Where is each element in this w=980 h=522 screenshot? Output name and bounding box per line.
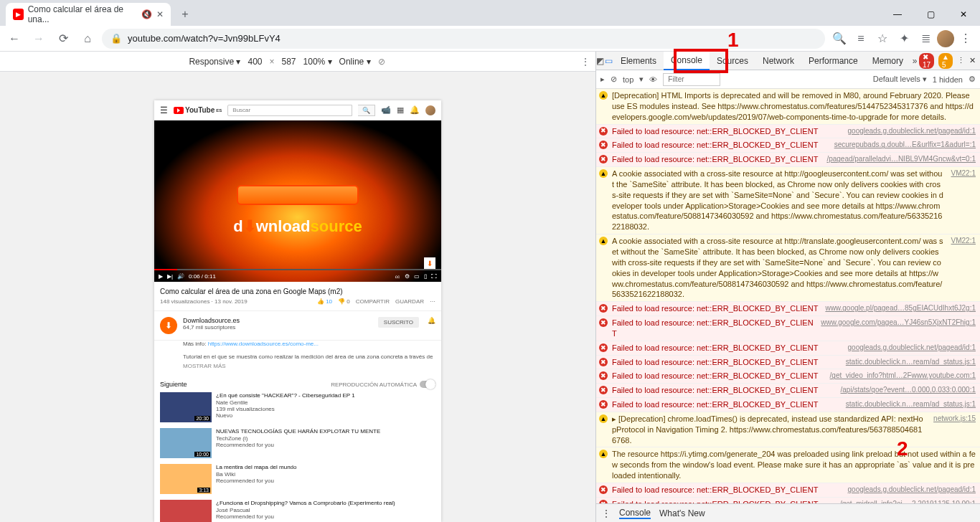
zoom-icon[interactable]: 🔍 (829, 29, 849, 49)
device-more-icon[interactable]: ⋮ (581, 57, 595, 67)
drawer-console-tab[interactable]: Console (619, 508, 651, 519)
tab-close-icon[interactable]: ✕ (156, 9, 164, 19)
recommendation-item[interactable]: 3:13La mentira del mapa del mundoBa Wiki… (160, 464, 435, 494)
recommendation-item[interactable]: 20:30¿En qué consiste "HACKEAR"? - Ciber… (160, 392, 435, 422)
recommendation-item[interactable]: 27:11¿Funciona el Dropshipping? Vamos a … (160, 500, 435, 522)
browser-tab[interactable]: ▶ Como calcular el área de una... 🔇 ✕ (6, 3, 171, 26)
back-button[interactable]: ← (4, 29, 24, 49)
log-source-link[interactable]: VM22:1 (951, 169, 976, 232)
settings-icon[interactable]: ⚙ (405, 273, 410, 280)
more-actions-icon[interactable]: ⋯ (430, 298, 435, 305)
youtube-search-input[interactable]: Buscar (227, 105, 352, 116)
console-err-log: ✖Failed to load resource: net::ERR_BLOCK… (596, 384, 980, 398)
viewport-height[interactable]: 587 (282, 57, 296, 67)
mute-icon[interactable]: 🔇 (141, 9, 152, 19)
error-count[interactable]: ✖ 17 (919, 53, 934, 69)
log-source-link[interactable]: /get_midroll_info?ei…-2.20191125.10.00:1 (840, 499, 976, 503)
user-avatar[interactable] (425, 105, 435, 115)
maximize-button[interactable]: ▢ (914, 3, 947, 26)
video-title: Como calcular el área de una zona en Goo… (160, 288, 435, 295)
search-button[interactable]: 🔍 (358, 105, 375, 116)
new-tab-button[interactable]: + (175, 4, 195, 24)
fullscreen-icon[interactable]: ⛶ (431, 273, 437, 280)
devtools-settings-icon[interactable]: ⋮ (957, 56, 965, 65)
drawer-whatsnew-tab[interactable]: What's New (659, 508, 705, 518)
devtools-tab-performance[interactable]: Performance (801, 52, 865, 70)
drawer-menu-icon[interactable]: ⋮ (602, 508, 611, 518)
console-sidebar-icon[interactable]: ▸ (600, 75, 605, 84)
profile-avatar[interactable] (937, 30, 954, 47)
youtube-logo[interactable]: YouTubeES (174, 106, 222, 114)
recommendation-item[interactable]: 10:00NUEVAS TECNOLOGÍAS QUE HARÁN EXPLOT… (160, 428, 435, 458)
next-icon[interactable]: ▶| (167, 273, 173, 280)
devtools-tab-sources[interactable]: Sources (710, 52, 755, 70)
reload-button[interactable]: ⟳ (53, 29, 73, 49)
apps-icon[interactable]: ▦ (397, 105, 404, 115)
log-source-link[interactable]: googleads.g.doubleclick.net/pagead/id:1 (848, 126, 976, 137)
create-icon[interactable]: 📹 (381, 105, 391, 115)
console-settings-icon[interactable]: ⚙ (969, 75, 976, 84)
cc-icon[interactable]: ㏄ (395, 272, 400, 280)
reading-list-icon[interactable]: ≣ (915, 29, 936, 49)
network-selector[interactable]: Online ▾ (339, 57, 371, 67)
rec-channel: José Pascual (216, 507, 395, 513)
log-source-link[interactable]: static.doubleclick.n…ream/ad_status.js:1 (846, 399, 976, 410)
miniplayer-icon[interactable]: ▭ (414, 273, 420, 280)
share-button[interactable]: COMPARTIR (356, 298, 390, 305)
url-input[interactable]: 🔒 youtube.com/watch?v=Jvn99bLFvY4 (102, 29, 825, 49)
kebab-menu-icon[interactable]: ⋮ (956, 29, 976, 49)
devtools-tab-memory[interactable]: Memory (865, 52, 910, 70)
bell-icon[interactable]: 🔔 (410, 105, 420, 115)
home-button[interactable]: ⌂ (77, 29, 98, 49)
warning-count[interactable]: ▲ 5 (938, 53, 953, 69)
menu-icon[interactable]: ≡ (851, 29, 871, 49)
log-source-link[interactable]: VM22:1 (951, 236, 976, 300)
minimize-button[interactable]: — (881, 3, 914, 26)
filter-input[interactable] (663, 73, 720, 86)
eye-icon[interactable]: 👁 (649, 75, 657, 84)
log-source-link[interactable]: static.doubleclick.n…ream/ad_status.js:1 (846, 357, 976, 368)
play-icon[interactable]: ▶ (159, 273, 163, 280)
extensions-icon[interactable]: ✦ (894, 29, 914, 49)
channel-avatar[interactable]: ⬇ (160, 317, 177, 334)
log-source-link[interactable]: network.js:15 (933, 414, 976, 446)
inspect-icon[interactable]: ◩ (596, 56, 605, 66)
log-source-link[interactable]: www.google.pl/pagead…85gEIACUdIhxt6J2g:1 (825, 303, 976, 314)
context-selector[interactable]: top (623, 75, 633, 84)
zoom-selector[interactable]: 100% ▾ (303, 57, 332, 67)
device-mode-icon[interactable]: ▭ (605, 56, 613, 66)
volume-icon[interactable]: 🔊 (177, 273, 184, 280)
devtools-tab-elements[interactable]: Elements (613, 52, 664, 70)
devtools-tab-console[interactable]: Console (664, 52, 710, 70)
autoplay-toggle[interactable] (420, 381, 435, 388)
log-source-link[interactable]: /get_video_info?html…2Fwww.youtube.com:1 (830, 371, 976, 381)
dislike-button[interactable]: 👎 0 (338, 298, 350, 305)
log-source-link[interactable]: securepubads.g.doubl…E&urlfix=1&adurl=:1 (834, 140, 976, 151)
hamburger-icon[interactable]: ☰ (160, 105, 168, 115)
show-more[interactable]: MOSTRAR MÁS (183, 363, 435, 369)
bookmark-star-icon[interactable]: ☆ (872, 29, 892, 49)
hidden-count[interactable]: 1 hidden (933, 75, 963, 84)
like-button[interactable]: 👍 10 (317, 298, 332, 305)
viewport-width[interactable]: 400 (248, 57, 262, 67)
subscribe-button[interactable]: SUSCRITO (378, 317, 419, 328)
log-source-link[interactable]: googleads.g.doubleclick.net/pagead/id:1 (848, 343, 976, 353)
channel-name[interactable]: Downloadsource.es (183, 317, 372, 324)
video-player[interactable]: d⬇wnloadsource ⬇ ▶ ▶| 🔊 0:06 / 0:11 ㏄ ⚙ … (154, 120, 441, 282)
notification-bell-icon[interactable]: 🔔 (428, 317, 435, 324)
save-button[interactable]: GUARDAR (395, 298, 424, 305)
no-throttle-icon[interactable]: ⊘ (378, 57, 385, 67)
clear-console-icon[interactable]: ⊘ (611, 75, 617, 84)
levels-selector[interactable]: Default levels ▾ (873, 75, 927, 84)
theater-icon[interactable]: ▯ (424, 273, 427, 280)
close-window-button[interactable]: ✕ (947, 3, 980, 26)
log-source-link[interactable]: /pagead/paralleladvi…NIBL9VM4Gncw&vt=0:1 (826, 154, 976, 165)
console-body[interactable]: ▲[Deprecation] HTML Imports is deprecate… (596, 89, 980, 503)
log-source-link[interactable]: www.google.com/pagea…YJ46sn5XjxNT2Fhig:1 (821, 318, 976, 339)
devtools-close-icon[interactable]: ✕ (969, 56, 976, 65)
more-tabs-icon[interactable]: » (910, 56, 919, 66)
log-source-link[interactable]: /api/stats/qoe?event…0.000,0.033:0.000:1 (841, 385, 976, 396)
devtools-tab-network[interactable]: Network (755, 52, 801, 70)
log-source-link[interactable]: googleads.g.doubleclick.net/pagead/id:1 (848, 485, 976, 495)
responsive-selector[interactable]: Responsive ▾ (189, 57, 240, 67)
